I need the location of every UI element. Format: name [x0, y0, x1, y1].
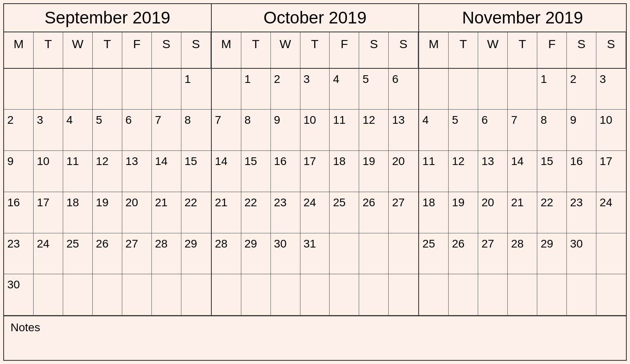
september-week0-day1	[34, 69, 63, 110]
october-week2-day3: 17	[300, 151, 330, 192]
september-week1-day5: 7	[152, 110, 181, 151]
september-week3-day1: 17	[34, 192, 63, 233]
calendar-november: November 2019MTWTFSS 1234567891011121314…	[419, 3, 627, 316]
october-week0-day0	[212, 69, 241, 110]
september-week2-day1: 10	[34, 151, 63, 192]
september-week3-day6: 22	[181, 192, 211, 233]
october-week5-day2	[271, 274, 300, 315]
october-week3-day2: 23	[271, 192, 300, 233]
november-header-3: T	[508, 32, 537, 69]
september-week0-day0	[4, 69, 34, 110]
november-week4-day4: 29	[537, 233, 567, 275]
october-week1-day2: 9	[271, 110, 300, 151]
september-week4-day0: 23	[4, 233, 34, 275]
september-header-2: W	[63, 32, 93, 69]
october-week5-day4	[330, 274, 359, 315]
september-week4-day5: 28	[152, 233, 181, 275]
september-header-4: F	[122, 32, 152, 69]
october-week1-day1: 8	[241, 110, 271, 151]
october-week1-day5: 12	[359, 110, 389, 151]
october-header-3: T	[300, 32, 330, 69]
october-week5-day3	[300, 274, 330, 315]
september-week4-day2: 25	[63, 233, 93, 275]
october-week2-day5: 19	[359, 151, 389, 192]
september-week1-day6: 8	[181, 110, 211, 151]
october-week4-day3: 31	[300, 233, 330, 275]
november-week4-day0: 25	[419, 233, 449, 275]
october-week2-day1: 15	[241, 151, 271, 192]
september-week1-day3: 5	[93, 110, 122, 151]
november-week3-day2: 20	[478, 192, 508, 233]
october-week3-day4: 25	[330, 192, 359, 233]
september-week5-day6	[181, 274, 211, 315]
november-week3-day5: 23	[567, 192, 596, 233]
november-week0-day2	[478, 69, 508, 110]
september-header-5: S	[152, 32, 181, 69]
september-week2-day2: 11	[63, 151, 93, 192]
september-week1-day2: 4	[63, 110, 93, 151]
september-week5-day1	[34, 274, 63, 315]
september-week3-day4: 20	[122, 192, 152, 233]
september-header-0: M	[4, 32, 34, 69]
october-title: October 2019	[212, 4, 419, 32]
september-week1-day1: 3	[34, 110, 63, 151]
november-week5-day3	[508, 274, 537, 315]
september-week4-day6: 29	[181, 233, 211, 275]
november-week5-day4	[537, 274, 567, 315]
october-week4-day6	[389, 233, 418, 275]
november-week2-day0: 11	[419, 151, 449, 192]
calendar-october: October 2019MTWTFSS 12345678910111213141…	[212, 3, 419, 316]
september-week0-day4	[122, 69, 152, 110]
september-week5-day4	[122, 274, 152, 315]
september-header-3: T	[93, 32, 122, 69]
september-week0-day2	[63, 69, 93, 110]
september-week2-day6: 15	[181, 151, 211, 192]
september-title: September 2019	[4, 4, 211, 32]
september-week5-day3	[93, 274, 122, 315]
november-week0-day1	[449, 69, 478, 110]
october-header-1: T	[241, 32, 271, 69]
september-header-1: T	[34, 32, 63, 69]
september-week2-day3: 12	[93, 151, 122, 192]
october-header-6: S	[389, 32, 418, 69]
september-week3-day0: 16	[4, 192, 34, 233]
november-week3-day3: 21	[508, 192, 537, 233]
september-week0-day6: 1	[181, 69, 211, 110]
october-header-0: M	[212, 32, 241, 69]
september-week2-day5: 14	[152, 151, 181, 192]
october-week0-day2: 2	[271, 69, 300, 110]
september-week2-day4: 13	[122, 151, 152, 192]
november-week2-day3: 14	[508, 151, 537, 192]
september-week4-day4: 27	[122, 233, 152, 275]
october-week4-day0: 28	[212, 233, 241, 275]
november-week0-day3	[508, 69, 537, 110]
november-week0-day4: 1	[537, 69, 567, 110]
october-week0-day3: 3	[300, 69, 330, 110]
november-week5-day0	[419, 274, 449, 315]
october-week0-day4: 4	[330, 69, 359, 110]
november-title: November 2019	[419, 4, 626, 32]
october-week2-day6: 20	[389, 151, 418, 192]
november-week1-day1: 5	[449, 110, 478, 151]
october-week4-day5	[359, 233, 389, 275]
september-week0-day5	[152, 69, 181, 110]
october-week2-day4: 18	[330, 151, 359, 192]
november-week1-day2: 6	[478, 110, 508, 151]
november-header-6: S	[596, 32, 626, 69]
october-week5-day1	[241, 274, 271, 315]
september-week5-day5	[152, 274, 181, 315]
september-week3-day5: 21	[152, 192, 181, 233]
november-header-2: W	[478, 32, 508, 69]
november-header-0: M	[419, 32, 449, 69]
september-week4-day1: 24	[34, 233, 63, 275]
september-header-6: S	[181, 32, 211, 69]
november-week2-day6: 17	[596, 151, 626, 192]
october-week5-day6	[389, 274, 418, 315]
november-grid: MTWTFSS 12345678910111213141516171819202…	[419, 32, 626, 315]
october-week1-day3: 10	[300, 110, 330, 151]
notes-label: Notes	[11, 321, 40, 334]
november-week1-day0: 4	[419, 110, 449, 151]
november-week1-day3: 7	[508, 110, 537, 151]
october-week3-day3: 24	[300, 192, 330, 233]
november-week5-day6	[596, 274, 626, 315]
